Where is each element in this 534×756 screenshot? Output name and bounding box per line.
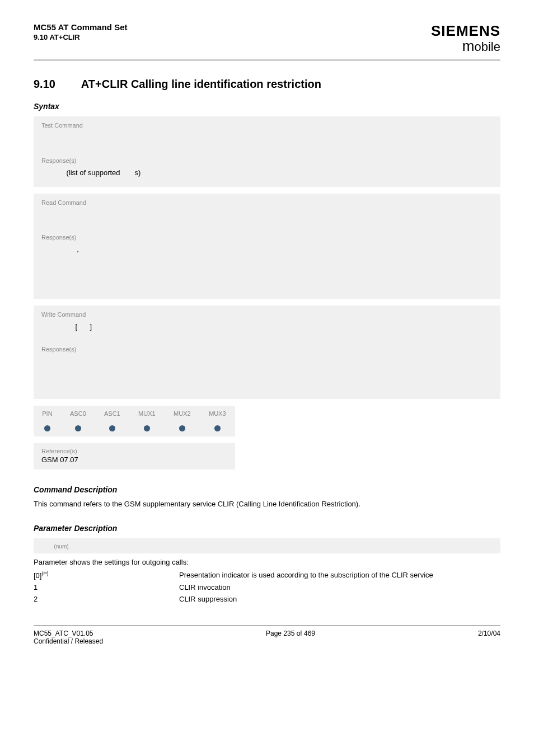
param-row-0: [0](P) Presentation indicator is used ac… (34, 571, 500, 580)
param-val-2: CLIR suppression (179, 595, 500, 603)
write-resp-err: <err> (94, 381, 111, 389)
reference-header: Reference(s) (34, 443, 235, 456)
reference-block: Reference(s) GSM 07.07 (34, 443, 235, 469)
test-resp-prefix: +CLIR: (41, 168, 64, 177)
dot-icon (214, 425, 221, 431)
logo-mobile: mobile (431, 37, 500, 55)
logo-obile: obile (475, 40, 500, 54)
logo: SIEMENS mobile (431, 22, 500, 55)
matrix-dot (95, 421, 129, 436)
parameter-description-label: Parameter Description (34, 524, 500, 533)
param-key-2: 2 (34, 595, 179, 603)
param-desc-text: Parameter shows the settings for outgoin… (34, 558, 500, 566)
matrix-col-asc0: ASC0 (61, 406, 95, 421)
doc-subtitle: 9.10 AT+CLIR (34, 33, 128, 41)
header-left: MC55 AT Command Set 9.10 AT+CLIR (34, 22, 128, 41)
matrix-col-pin: PIN (34, 406, 61, 421)
read-resp-prefix: +CLIR (41, 245, 62, 253)
param-val-0: Presentation indicator is used according… (179, 571, 500, 580)
section-title: AT+CLIR Calling line identification rest… (81, 78, 321, 90)
write-response-body: OK ERROR +CME ERROR: <err> (34, 355, 500, 398)
matrix-col-mux1: MUX1 (129, 406, 165, 421)
read-resp-m: <m> (81, 245, 96, 253)
read-resp-err: <err> (94, 280, 111, 289)
dot-icon (75, 425, 81, 431)
test-command-block: Test Command AT+CLIR=? Response(s) +CLIR… (34, 116, 500, 187)
write-resp-ok: OK (41, 357, 52, 365)
param-name: <n> (41, 542, 54, 550)
page-footer: MC55_ATC_V01.05 Confidential / Released … (34, 626, 500, 645)
read-command-header: Read Command (34, 194, 500, 208)
param-row-1: 1 CLIR invocation (34, 583, 500, 591)
read-command-block: Read Command AT+CLIR? Response(s) +CLIR … (34, 194, 500, 299)
matrix-col-mux2: MUX2 (165, 406, 200, 421)
footer-conf: Confidential / Released (34, 637, 103, 645)
support-matrix: PIN ASC0 ASC1 MUX1 MUX2 MUX3 (34, 406, 235, 436)
write-command-line: AT+CLIR=[<n>] (34, 320, 500, 341)
command-description-text: This command refers to the GSM supplemen… (34, 500, 500, 508)
param-row-2: 2 CLIR suppression (34, 595, 500, 603)
matrix-dot (34, 421, 61, 436)
read-resp-comma: , (77, 245, 81, 253)
matrix-dot (61, 421, 95, 436)
param-name-box: <n>(num) (34, 538, 500, 553)
read-resp-ok: OK (41, 257, 52, 265)
dot-icon (144, 425, 150, 431)
dot-icon (179, 425, 185, 431)
reference-value: GSM 07.07 (34, 456, 235, 469)
matrix-dot-row (34, 421, 235, 436)
test-response-body: +CLIR: (list of supported <n>s) (34, 166, 500, 187)
matrix-col-asc1: ASC1 (95, 406, 129, 421)
logo-m: m (462, 37, 475, 54)
param-key-0-text: [0] (34, 571, 41, 580)
param-key-0-sup: (P) (41, 571, 48, 576)
section-number: 9.10 (34, 78, 78, 91)
footer-version: MC55_ATC_V01.05 (34, 630, 103, 637)
read-response-header: Response(s) (34, 228, 500, 243)
command-description-label: Command Description (34, 485, 500, 494)
test-response-header: Response(s) (34, 152, 500, 166)
write-cmd-rbracket: ] (90, 322, 92, 331)
matrix-dot (129, 421, 165, 436)
write-resp-error: ERROR (41, 369, 68, 377)
read-resp-cme: +CME ERROR: (41, 280, 94, 289)
param-key-1-text: 1 (34, 583, 38, 591)
matrix-dot (165, 421, 200, 436)
matrix-dot (200, 421, 235, 436)
test-resp-s: s) (135, 168, 141, 177)
footer-page: Page 235 of 469 (266, 630, 315, 645)
write-response-header: Response(s) (34, 340, 500, 355)
read-command-line: AT+CLIR? (34, 208, 500, 229)
write-resp-cme: +CME ERROR: (41, 381, 94, 389)
read-resp-error: ERROR (41, 269, 68, 277)
matrix-col-mux3: MUX3 (200, 406, 235, 421)
test-resp-list: (list of supported (66, 168, 122, 177)
test-command-line: AT+CLIR=? (34, 131, 500, 152)
matrix-header-row: PIN ASC0 ASC1 MUX1 MUX2 MUX3 (34, 406, 235, 421)
read-resp-n: <n> (64, 245, 77, 253)
dot-icon (109, 425, 115, 431)
param-key-2-text: 2 (34, 595, 38, 603)
param-key-0: [0](P) (34, 571, 179, 580)
syntax-label: Syntax (34, 102, 500, 111)
doc-title: MC55 AT Command Set (34, 22, 128, 32)
param-key-1: 1 (34, 583, 179, 591)
test-command-header: Test Command (34, 116, 500, 131)
footer-date: 2/10/04 (478, 630, 500, 645)
dot-icon (44, 425, 50, 431)
footer-left: MC55_ATC_V01.05 Confidential / Released (34, 630, 103, 645)
write-command-block: Write Command AT+CLIR=[<n>] Response(s) … (34, 306, 500, 399)
param-tag: (num) (54, 543, 68, 550)
read-response-body: +CLIR <n>, <m> OK ERROR +CME ERROR: <err… (34, 243, 500, 298)
write-cmd-n: <n> (77, 322, 90, 331)
param-val-1: CLIR invocation (179, 583, 500, 591)
write-command-header: Write Command (34, 306, 500, 320)
page-header: MC55 AT Command Set 9.10 AT+CLIR SIEMENS… (34, 22, 500, 61)
write-cmd-prefix: AT+CLIR= (41, 322, 75, 331)
section-heading: 9.10 AT+CLIR Calling line identification… (34, 78, 500, 91)
test-resp-n: <n> (122, 168, 134, 177)
